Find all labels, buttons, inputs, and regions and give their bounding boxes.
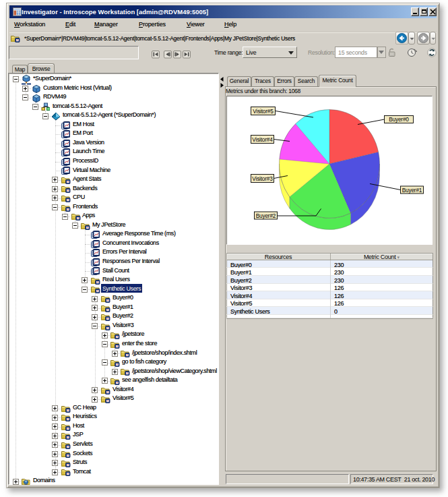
svg-text:Buyer#1: Buyer#1 xyxy=(402,187,422,194)
svg-text:Visitor#5: Visitor#5 xyxy=(253,108,274,115)
svg-text:Visitor#4: Visitor#4 xyxy=(252,136,273,143)
svg-text:Buyer#2: Buyer#2 xyxy=(256,212,276,219)
svg-text:Buyer#0: Buyer#0 xyxy=(389,116,409,123)
svg-text:Visitor#3: Visitor#3 xyxy=(252,175,273,182)
